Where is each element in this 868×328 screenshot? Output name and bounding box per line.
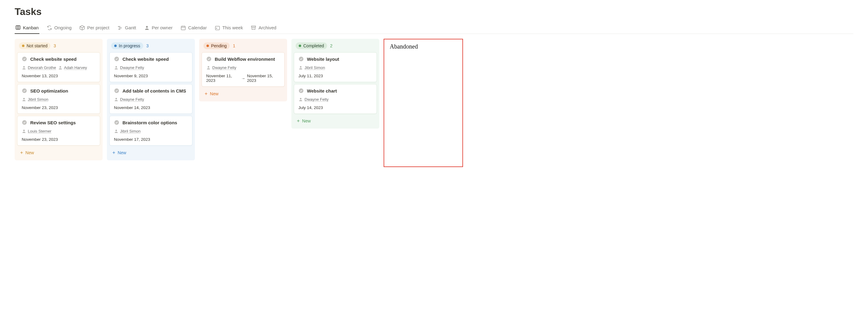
tab-ongoing[interactable]: Ongoing [46,23,72,34]
person-icon [114,129,119,133]
svg-rect-12 [216,28,217,29]
view-tabs: Kanban Ongoing Per project Gantt Per own… [15,23,853,34]
owner-chip[interactable]: Adah Harvey [58,65,87,70]
owner-chip[interactable]: Louis Sterner [22,129,51,133]
owner-chip[interactable]: Dwayne Felty [114,65,144,70]
task-card[interactable]: Check website speed Devorah Grothe Adah … [17,52,100,82]
check-circle-icon [114,120,119,125]
svg-rect-0 [16,26,20,29]
card-date: November 23, 2023 [22,106,96,110]
card-title: Website layout [307,57,339,62]
column-count: 2 [330,43,333,48]
status-pill[interactable]: In progress [111,42,143,49]
card-title: Build Webflow environment [215,57,275,62]
check-circle-icon [22,88,27,93]
calendar-icon [181,25,186,31]
svg-point-33 [300,98,302,99]
person-icon [58,65,63,70]
task-card[interactable]: Check website speed Dwayne Felty Novembe… [109,52,192,82]
tab-label: Calendar [188,25,207,30]
new-label: New [210,91,218,96]
svg-point-29 [208,66,209,68]
svg-point-20 [22,120,27,125]
owner-name: Adah Harvey [64,65,87,70]
task-card[interactable]: SEO optimization Jibril Simon November 2… [17,84,100,114]
owner-chip[interactable]: Devorah Grothe [22,65,56,70]
check-circle-icon [114,56,119,62]
column-count: 3 [54,43,56,48]
card-date-end: November 15, 2023 [247,73,280,83]
svg-point-6 [146,26,148,28]
card-title: Add table of contents in CMS [122,88,186,93]
tab-this-week[interactable]: This week [214,23,244,34]
column-header: Completed 2 [294,41,377,52]
svg-point-25 [116,98,117,99]
arrow-right-icon: → [241,76,245,81]
owner-name: Dwayne Felty [305,97,329,102]
svg-rect-3 [118,26,120,27]
new-card-button[interactable]: + New [17,148,100,158]
owner-name: Jibril Simon [120,129,141,133]
owner-chip[interactable]: Jibril Simon [22,97,48,102]
task-card[interactable]: Add table of contents in CMS Dwayne Felt… [109,84,192,114]
task-card[interactable]: Website chart Dwayne Felty July 14, 2023 [294,84,377,114]
person-icon [22,65,26,70]
card-date: November 13, 2023 [22,73,96,78]
card-date: November 14, 2023 [114,106,188,110]
svg-point-27 [116,130,117,131]
status-pill[interactable]: Not started [19,42,51,49]
task-card[interactable]: Review SEO settings Louis Sterner Novemb… [17,116,100,146]
person-icon [114,65,119,70]
column-count: 1 [233,43,235,48]
tab-per-project[interactable]: Per project [79,23,110,34]
plus-icon: + [113,150,115,155]
task-card[interactable]: Website layout Jibril Simon July 11, 202… [294,52,377,82]
task-card[interactable]: Brainstorm color options Jibril Simon No… [109,116,192,146]
new-label: New [118,150,126,155]
svg-point-30 [299,57,304,61]
column-completed: Completed 2 Website layout Jibril Simon … [291,39,379,128]
owner-name: Jibril Simon [305,65,325,70]
plus-icon: + [205,91,207,96]
card-title: Website chart [307,88,337,93]
owner-name: Dwayne Felty [120,65,144,70]
status-dot-icon [114,44,117,47]
new-card-button[interactable]: + New [109,148,192,158]
tab-archived[interactable]: Archived [250,23,277,34]
check-circle-icon [299,56,304,62]
card-title: Review SEO settings [30,120,76,125]
owner-name: Dwayne Felty [120,97,144,102]
status-dot-icon [22,44,25,47]
svg-point-32 [299,89,304,93]
person-icon [299,65,303,70]
tab-label: This week [222,25,243,30]
tab-label: Kanban [23,25,39,30]
owner-chip[interactable]: Dwayne Felty [299,97,329,102]
status-pill[interactable]: Pending [204,42,230,49]
svg-point-18 [22,89,27,93]
tab-per-owner[interactable]: Per owner [144,23,173,34]
check-circle-icon [22,120,27,125]
tab-label: Per project [87,25,109,30]
new-card-button[interactable]: + New [294,116,377,126]
new-card-button[interactable]: + New [202,89,285,99]
owner-chip[interactable]: Dwayne Felty [206,65,237,70]
owner-name: Dwayne Felty [212,65,237,70]
card-title: Brainstorm color options [122,120,177,125]
calendar-week-icon [215,25,220,31]
status-pill[interactable]: Completed [296,42,327,49]
column-name: Completed [303,43,324,48]
tab-gantt[interactable]: Gantt [117,23,137,34]
owner-chip[interactable]: Jibril Simon [114,129,141,133]
abandoned-annotation: Abandoned [383,39,463,167]
task-card[interactable]: Build Webflow environment Dwayne Felty N… [202,52,285,87]
owner-chip[interactable]: Jibril Simon [299,65,325,70]
tab-calendar[interactable]: Calendar [180,23,207,34]
archive-icon [251,25,256,31]
kanban-board: Not started 3 Check website speed Devora… [15,39,853,167]
owner-chip[interactable]: Dwayne Felty [114,97,144,102]
person-icon [144,25,150,31]
column-not-started: Not started 3 Check website speed Devora… [15,39,103,160]
tab-kanban[interactable]: Kanban [15,23,39,34]
owner-name: Devorah Grothe [28,65,56,70]
